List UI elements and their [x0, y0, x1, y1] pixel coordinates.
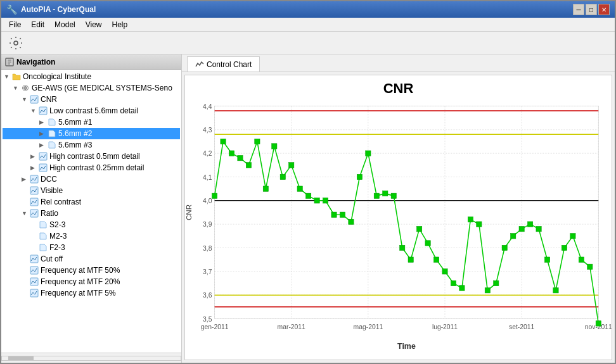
- svg-rect-107: [587, 264, 593, 269]
- svg-rect-23: [30, 278, 38, 286]
- nav-scrollbar[interactable]: [1, 353, 181, 363]
- svg-rect-106: [579, 257, 584, 262]
- menu-file[interactable]: File: [4, 19, 26, 30]
- svg-rect-63: [212, 193, 217, 198]
- svg-rect-102: [544, 257, 549, 262]
- svg-text:3,9: 3,9: [203, 221, 212, 228]
- svg-rect-104: [561, 245, 567, 250]
- svg-rect-99: [519, 226, 524, 231]
- chart-content: CNR 4,44,34,24,14,03,93,83,73,63,5gen-20…: [184, 75, 612, 360]
- svg-rect-66: [238, 155, 243, 160]
- svg-rect-21: [30, 255, 38, 263]
- tree-label-f2-3: F2-3: [49, 243, 65, 252]
- tree-item-5mm1[interactable]: ▶5.6mm #1: [3, 116, 180, 128]
- svg-rect-94: [477, 222, 482, 227]
- tree-item-high-contrast-025[interactable]: ▶High contrast 0.25mm detail: [3, 162, 180, 173]
- tree-label-5mm1: 5.6mm #1: [58, 118, 92, 127]
- control-chart-tab[interactable]: Control Chart: [187, 56, 260, 72]
- tree-label-oncological: Oncological Institute: [23, 72, 91, 81]
- toolbar: [1, 32, 615, 54]
- app-icon: 🔧: [6, 4, 17, 15]
- toolbar-settings-icon[interactable]: [6, 34, 25, 53]
- svg-rect-100: [527, 222, 532, 227]
- tree-item-ge-aws[interactable]: ▼GE-AWS (GE MEDICAL SYSTEMS-Seno: [3, 82, 180, 94]
- tree-label-m2-3: M2-3: [49, 232, 67, 241]
- tree-icon-freq-5: [29, 288, 39, 298]
- tree-item-freq-5[interactable]: Frequency at MTF 5%: [3, 287, 180, 299]
- svg-text:gen-2011: gen-2011: [201, 323, 229, 330]
- svg-rect-91: [451, 280, 456, 286]
- title-bar: 🔧 AutoPIA - CyberQual ─ □ ✕: [1, 1, 615, 18]
- tree-icon-ratio: [29, 208, 39, 218]
- tree-item-cnr[interactable]: ▼CNR: [3, 94, 180, 105]
- svg-text:4,3: 4,3: [203, 127, 212, 134]
- nav-header-icon: [5, 58, 14, 66]
- svg-text:CNR: CNR: [185, 204, 193, 220]
- svg-text:set-2011: set-2011: [509, 323, 534, 330]
- tree-item-rel-contrast[interactable]: Rel contrast: [3, 196, 180, 208]
- menu-edit[interactable]: Edit: [26, 19, 49, 30]
- svg-marker-10: [49, 130, 55, 137]
- tree-item-5mm2[interactable]: ▶5.6mm #2: [3, 128, 180, 139]
- tree-item-high-contrast-05[interactable]: ▶High contrast 0.5mm detail: [3, 151, 180, 162]
- svg-rect-90: [442, 269, 447, 274]
- svg-rect-71: [280, 174, 285, 179]
- svg-point-0: [14, 41, 18, 45]
- tree-label-freq-50: Frequency at MTF 50%: [41, 266, 120, 275]
- tree-label-freq-5: Frequency at MTF 5%: [41, 289, 116, 298]
- tree-item-s2-3[interactable]: S2-3: [3, 219, 180, 230]
- svg-rect-74: [306, 193, 311, 198]
- svg-rect-79: [349, 219, 354, 224]
- svg-marker-19: [40, 233, 46, 239]
- svg-text:3,5: 3,5: [203, 316, 212, 323]
- tree-item-m2-3[interactable]: M2-3: [3, 230, 180, 242]
- svg-rect-68: [255, 139, 260, 144]
- svg-rect-24: [30, 289, 38, 297]
- menu-help[interactable]: Help: [107, 19, 133, 30]
- tree-icon-high-contrast-05: [38, 151, 48, 161]
- tree-label-freq-20: Frequency at MTF 20%: [41, 277, 120, 286]
- menu-model[interactable]: Model: [49, 19, 80, 30]
- minimize-button[interactable]: ─: [573, 4, 584, 15]
- tree-item-visible[interactable]: Visible: [3, 185, 180, 196]
- nav-header: Navigation: [1, 54, 181, 70]
- tree-item-dcc[interactable]: ▶DCC: [3, 173, 180, 185]
- svg-rect-83: [383, 191, 388, 196]
- svg-rect-13: [39, 164, 47, 172]
- svg-marker-18: [40, 222, 46, 228]
- svg-text:3,7: 3,7: [203, 268, 212, 275]
- menu-view[interactable]: View: [80, 19, 107, 30]
- svg-rect-16: [30, 198, 38, 206]
- svg-rect-93: [468, 217, 473, 222]
- tree-item-oncological[interactable]: ▼Oncological Institute: [3, 71, 180, 82]
- tree-item-low-contrast[interactable]: ▼Low contrast 5.6mm detail: [3, 105, 180, 116]
- tree-item-f2-3[interactable]: F2-3: [3, 242, 180, 253]
- svg-rect-82: [374, 193, 379, 198]
- svg-rect-15: [30, 187, 38, 194]
- svg-rect-12: [39, 153, 47, 160]
- chart-panel: Control Chart CNR 4,44,34,24,14,03,93,83…: [182, 54, 615, 363]
- tree-label-cnr: CNR: [41, 95, 57, 104]
- tree-icon-5mm3: [47, 140, 57, 150]
- svg-text:4,4: 4,4: [203, 103, 212, 110]
- tab-label: Control Chart: [207, 60, 252, 69]
- svg-text:4,2: 4,2: [203, 150, 212, 157]
- tree-item-freq-20[interactable]: Frequency at MTF 20%: [3, 276, 180, 287]
- tree-item-cut-off[interactable]: Cut off: [3, 253, 180, 265]
- tree-label-low-contrast: Low contrast 5.6mm detail: [49, 106, 138, 115]
- close-button[interactable]: ✕: [598, 4, 610, 15]
- svg-rect-76: [323, 198, 328, 203]
- tree-item-freq-50[interactable]: Frequency at MTF 50%: [3, 265, 180, 276]
- tab-bar: Control Chart: [182, 54, 615, 72]
- svg-rect-8: [39, 107, 47, 115]
- tree-item-ratio[interactable]: ▼Ratio: [3, 208, 180, 219]
- svg-rect-84: [391, 193, 396, 198]
- tree-label-visible: Visible: [41, 186, 63, 195]
- svg-rect-65: [229, 151, 234, 156]
- tree-item-5mm3[interactable]: ▶5.6mm #3: [3, 139, 180, 151]
- tree-icon-cnr: [29, 94, 39, 104]
- tree-icon-high-contrast-025: [38, 163, 48, 173]
- svg-marker-9: [49, 119, 55, 125]
- tree-label-5mm2: 5.6mm #2: [58, 129, 92, 138]
- maximize-button[interactable]: □: [586, 4, 597, 15]
